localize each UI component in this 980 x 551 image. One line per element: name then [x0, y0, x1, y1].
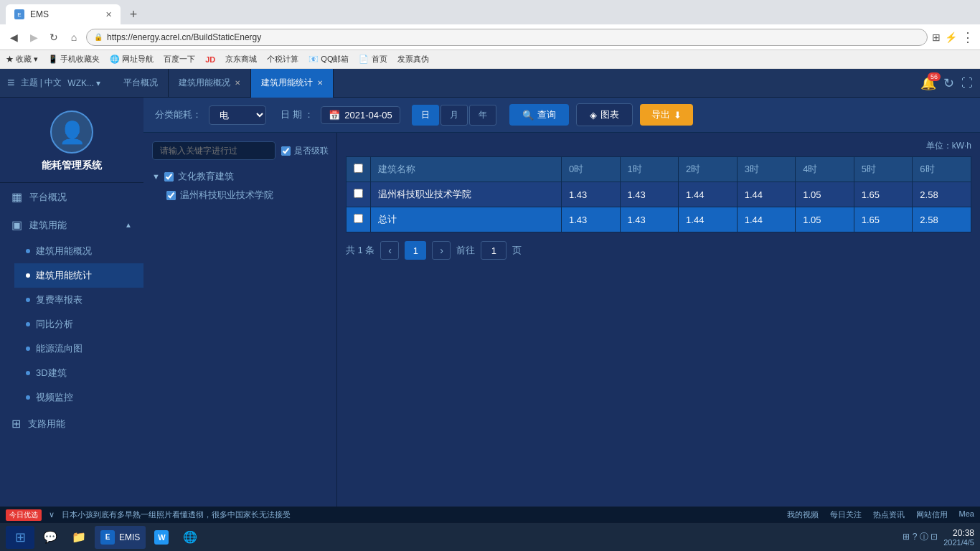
tab-close-icon[interactable]: ✕ — [105, 10, 112, 19]
main-content: 分类能耗： 电 日 期 ： 📅 2021-04-05 日 月 年 🔍 查询 ◈ … — [143, 98, 980, 507]
bookmark-item[interactable]: 📱 手机收藏夹 — [48, 54, 100, 65]
emis-icon: E — [100, 530, 115, 545]
news-right: 我的视频 每日关注 热点资讯 网站信用 Mea — [787, 509, 974, 520]
table-unit: 单位：kW·h — [346, 140, 971, 152]
category-label: 分类能耗： — [155, 108, 202, 121]
date-input[interactable]: 📅 2021-04-05 — [321, 106, 400, 124]
chart-button[interactable]: ◈ 图表 — [576, 103, 633, 126]
cascade-checkbox-label[interactable]: 是否级联 — [281, 145, 329, 157]
td-val-5: 1.65 — [854, 182, 913, 207]
tab-label: 建筑用能概况 — [179, 77, 230, 89]
dot-icon — [26, 347, 30, 351]
sidebar-section-building[interactable]: ▣ 建筑用能 ▲ — [0, 211, 143, 239]
daily-focus[interactable]: 每日关注 — [830, 509, 862, 520]
bookmark-item[interactable]: 🌐 网址导航 — [110, 54, 154, 65]
tab-platform-overview[interactable]: 平台概况 — [113, 69, 169, 98]
tree-node-checkbox[interactable] — [164, 172, 174, 182]
forward-button[interactable]: ▶ — [26, 29, 42, 45]
dot-icon — [26, 371, 30, 375]
td-checkbox[interactable] — [347, 182, 371, 207]
tab-building-energy-stats[interactable]: 建筑用能统计 ✕ — [251, 69, 334, 98]
td-total-checkbox[interactable] — [347, 207, 371, 232]
bookmark-item[interactable]: JD — [205, 55, 215, 64]
td-total-0: 1.43 — [561, 207, 620, 232]
theme-label: 主题 | 中文 — [21, 77, 62, 89]
goto-page-input[interactable] — [481, 241, 507, 260]
cascade-checkbox[interactable] — [281, 146, 291, 156]
sidebar-subitem-compare[interactable]: 同比分析 — [14, 312, 143, 336]
bookmark-item[interactable]: 个税计算 — [267, 54, 298, 65]
taskbar-word[interactable]: W — [149, 526, 174, 549]
th-hour-1: 1时 — [620, 157, 679, 182]
tab-close-icon[interactable]: ✕ — [235, 79, 240, 87]
taskbar-emis[interactable]: E EMIS — [95, 526, 146, 549]
sidebar-subitem-overview[interactable]: 建筑用能概况 — [14, 239, 143, 263]
menu-toggle-icon[interactable]: ≡ — [7, 75, 15, 90]
bookmark-item[interactable]: 百度一下 — [164, 54, 195, 65]
sys-tray-icons: ⊞ ? ⓘ ⊡ — [903, 531, 938, 543]
sidebar-subitem-rate[interactable]: 复费率报表 — [14, 288, 143, 312]
taskbar-wechat[interactable]: 💬 — [37, 526, 63, 549]
taskbar-browser[interactable]: 🌐 — [177, 526, 203, 549]
month-button[interactable]: 月 — [440, 105, 468, 126]
current-page[interactable]: 1 — [405, 241, 426, 260]
dot-icon — [26, 322, 30, 326]
sidebar-subitem-flow[interactable]: 能源流向图 — [14, 336, 143, 361]
sidebar-subitem-video[interactable]: 视频监控 — [14, 385, 143, 410]
tree-child-checkbox[interactable] — [166, 191, 176, 200]
year-button[interactable]: 年 — [469, 105, 496, 126]
query-button[interactable]: 🔍 查询 — [509, 104, 569, 126]
sidebar-user: 👤 能耗管理系统 — [0, 98, 143, 183]
site-credit[interactable]: 网站信用 — [916, 509, 948, 520]
bookmark-item[interactable]: 发票真伪 — [397, 54, 429, 65]
start-button[interactable]: ⊞ — [6, 526, 34, 549]
address-bar[interactable]: 🔒 https://energy.acrel.cn/BuildStaticEne… — [86, 29, 928, 46]
tab-building-energy-overview[interactable]: 建筑用能概况 ✕ — [169, 69, 251, 98]
date-type-buttons: 日 月 年 — [412, 105, 496, 126]
category-select[interactable]: 电 — [209, 105, 266, 125]
bookmark-item[interactable]: 📄 首页 — [359, 54, 387, 65]
refresh-icon[interactable]: ↻ — [943, 75, 954, 91]
browser-tab[interactable]: E EMS ✕ — [6, 4, 121, 24]
sidebar-subitem-3d[interactable]: 3D建筑 — [14, 361, 143, 385]
prev-page-button[interactable]: ‹ — [380, 241, 399, 260]
export-button[interactable]: 导出 ⬇ — [640, 104, 693, 126]
td-total-1: 1.43 — [620, 207, 679, 232]
home-button[interactable]: ⌂ — [66, 29, 82, 45]
news-arrow[interactable]: ∨ — [49, 510, 55, 519]
bolt-icon[interactable]: ⚡ — [945, 32, 957, 43]
tree-node-culture[interactable]: ▼ 文化教育建筑 — [152, 167, 328, 186]
mea-text: Mea — [959, 509, 974, 520]
bookmark-item[interactable]: 京东商城 — [225, 54, 257, 65]
hot-news[interactable]: 热点资讯 — [873, 509, 905, 520]
tree-search-input[interactable] — [152, 141, 275, 160]
td-total-5: 1.65 — [854, 207, 913, 232]
bookmark-item[interactable]: 📧 QQ邮箱 — [308, 54, 349, 65]
next-page-button[interactable]: › — [432, 241, 451, 260]
page-label: 页 — [512, 244, 522, 257]
total-row-checkbox[interactable] — [354, 214, 363, 223]
sidebar-subitem-stats[interactable]: 建筑用能统计 — [14, 263, 143, 288]
sidebar-item-platform[interactable]: ▦ 平台概况 — [0, 183, 143, 211]
row-checkbox[interactable] — [354, 189, 363, 198]
th-hour-0: 0时 — [561, 157, 620, 182]
extensions-icon[interactable]: ⊞ — [932, 32, 941, 43]
fullscreen-icon[interactable]: ⛶ — [961, 77, 973, 90]
calendar-icon: 📅 — [329, 110, 340, 121]
chart-label: 图表 — [600, 108, 619, 121]
tree-child-wenzhou[interactable]: 温州科技职业技术学院 — [166, 186, 328, 204]
taskbar-folder[interactable]: 📁 — [66, 526, 92, 549]
my-video[interactable]: 我的视频 — [787, 509, 819, 520]
sidebar-item-branch[interactable]: ⊞ 支路用能 — [0, 410, 143, 438]
sidebar-subitems: 建筑用能概况 建筑用能统计 复费率报表 同比分析 能源流向图 — [0, 239, 143, 410]
tab-close-icon[interactable]: ✕ — [317, 79, 323, 87]
new-tab-button[interactable]: + — [123, 4, 143, 24]
day-button[interactable]: 日 — [412, 105, 439, 126]
td-building-name: 温州科技职业技术学院 — [371, 182, 562, 207]
back-button[interactable]: ◀ — [6, 29, 22, 45]
menu-dots-icon[interactable]: ⋮ — [961, 29, 974, 45]
header-checkbox[interactable] — [354, 164, 363, 173]
bookmark-item[interactable]: ★ 收藏 ▾ — [6, 54, 38, 65]
reload-button[interactable]: ↻ — [46, 29, 62, 45]
notification-button[interactable]: 🔔 56 — [920, 75, 936, 91]
